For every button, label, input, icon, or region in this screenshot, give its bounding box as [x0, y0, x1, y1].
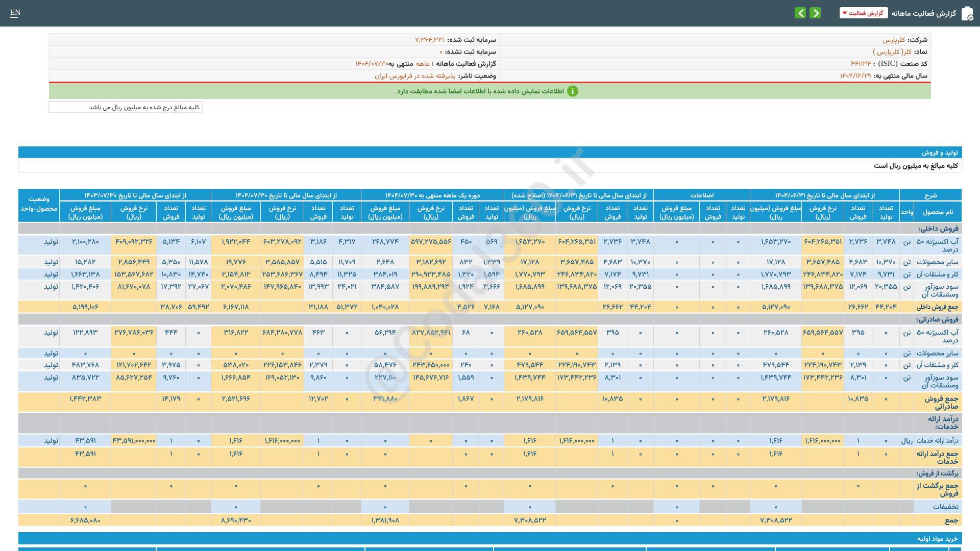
svg-text:(ISIC): (ISIC): [878, 59, 897, 68]
svg-text:i: i: [572, 87, 574, 95]
svg-text:EN: EN: [10, 8, 20, 16]
